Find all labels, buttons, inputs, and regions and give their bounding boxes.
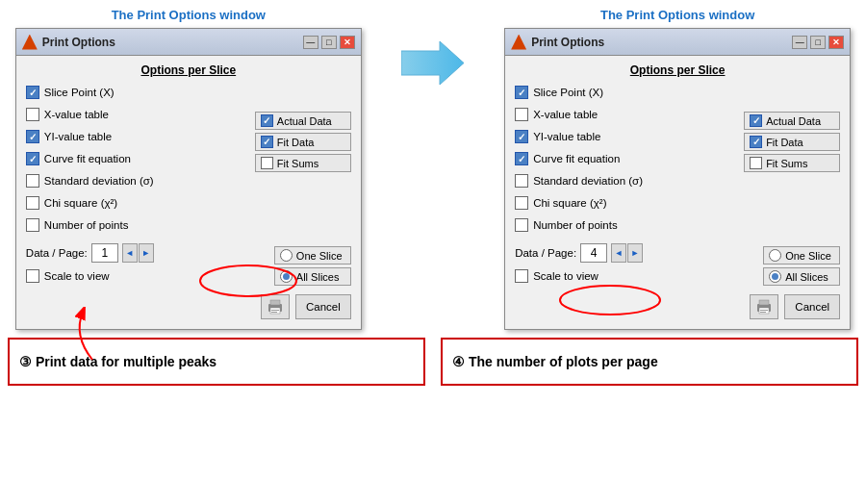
checkbox-0[interactable] bbox=[26, 86, 39, 99]
right-info-box: ④ The number of plots per page bbox=[441, 338, 858, 386]
right-opt-label-1: Fit Data bbox=[766, 137, 803, 148]
close-btn-right[interactable]: ✕ bbox=[828, 36, 844, 49]
checkbox-label-0: Slice Point (X) bbox=[533, 87, 603, 98]
right-opt-0[interactable]: Actual Data bbox=[255, 112, 351, 130]
left-cancel-btn[interactable]: Cancel bbox=[295, 294, 351, 319]
right-opt-cb-0[interactable] bbox=[261, 114, 273, 127]
right-data-page-input[interactable] bbox=[580, 243, 607, 263]
radio-0 bbox=[769, 249, 781, 262]
svg-rect-12 bbox=[760, 312, 766, 313]
right-opt-0[interactable]: Actual Data bbox=[744, 112, 840, 130]
right-opt-label-2: Fit Sums bbox=[766, 158, 807, 169]
left-scale-checkbox[interactable] bbox=[26, 269, 39, 283]
left-titlebar: Print Options — □ ✕ bbox=[16, 29, 361, 56]
left-info-box: ③ Print data for multiple peaks bbox=[8, 338, 425, 386]
right-opt-1[interactable]: Fit Data bbox=[255, 133, 351, 151]
right-opt-cb-0[interactable] bbox=[750, 114, 762, 127]
right-caption: The Print Options window bbox=[600, 8, 754, 22]
slice-opt-0[interactable]: One Slice bbox=[763, 246, 840, 265]
right-panel: The Print Options window Print Options —… bbox=[504, 8, 851, 330]
right-window: Print Options — □ ✕ Options per Slice Sl… bbox=[504, 28, 851, 330]
slice-label-1: All Slices bbox=[296, 271, 340, 283]
right-nav-next[interactable]: ► bbox=[627, 243, 643, 263]
minimize-btn-right[interactable]: — bbox=[792, 36, 807, 49]
checkbox-1[interactable] bbox=[515, 108, 528, 121]
svg-rect-1 bbox=[270, 300, 280, 305]
printer-icon-left bbox=[267, 298, 284, 315]
left-panel: The Print Options window Print Options —… bbox=[15, 8, 362, 330]
right-bottom-section: Data / Page: ◄ ► Scale to view bbox=[515, 243, 840, 289]
checkbox-item-2: YI-value table bbox=[26, 127, 249, 146]
right-opt-label-0: Actual Data bbox=[766, 115, 821, 127]
maximize-btn-right[interactable]: □ bbox=[810, 36, 826, 49]
right-print-btn[interactable] bbox=[750, 294, 778, 319]
left-nav-next[interactable]: ► bbox=[139, 243, 154, 263]
right-data-page-label: Data / Page: bbox=[515, 247, 576, 259]
right-window-content: Options per Slice Slice Point (X)X-value… bbox=[505, 56, 850, 329]
close-btn-left[interactable]: ✕ bbox=[340, 36, 355, 49]
checkbox-1[interactable] bbox=[26, 108, 39, 121]
checkbox-item-1: X-value table bbox=[26, 105, 249, 124]
right-scale-checkbox[interactable] bbox=[515, 269, 528, 283]
checkbox-4[interactable] bbox=[26, 174, 39, 188]
checkbox-3[interactable] bbox=[26, 152, 39, 165]
left-titlebar-buttons: — □ ✕ bbox=[303, 36, 355, 49]
minimize-btn-left[interactable]: — bbox=[303, 36, 318, 49]
slice-opt-0[interactable]: One Slice bbox=[274, 246, 351, 265]
svg-rect-11 bbox=[760, 310, 768, 311]
checkbox-item-1: X-value table bbox=[515, 105, 738, 124]
checkbox-4[interactable] bbox=[515, 174, 528, 188]
slice-opt-1[interactable]: All Slices bbox=[274, 267, 351, 286]
right-cancel-btn[interactable]: Cancel bbox=[784, 294, 840, 319]
left-right-options: Actual DataFit DataFit Sums bbox=[255, 112, 351, 238]
slice-label-0: One Slice bbox=[296, 250, 343, 262]
left-print-btn[interactable] bbox=[261, 294, 290, 319]
checkbox-label-3: Curve fit equation bbox=[533, 153, 620, 164]
right-options-row: Slice Point (X)X-value tableYI-value tab… bbox=[515, 83, 840, 238]
right-opt-2[interactable]: Fit Sums bbox=[255, 154, 351, 172]
checkbox-5[interactable] bbox=[515, 196, 528, 210]
app-icon-right bbox=[511, 35, 526, 50]
checkbox-label-1: X-value table bbox=[44, 109, 109, 120]
checkbox-2[interactable] bbox=[26, 130, 39, 143]
left-data-page-input[interactable] bbox=[91, 243, 118, 263]
checkbox-item-2: YI-value table bbox=[515, 127, 738, 146]
checkbox-item-6: Number of points bbox=[515, 215, 738, 235]
left-checkboxes: Slice Point (X)X-value tableYI-value tab… bbox=[26, 83, 249, 238]
left-data-page-row: Data / Page: ◄ ► bbox=[26, 243, 154, 263]
right-opt-cb-2[interactable] bbox=[261, 157, 273, 169]
right-titlebar: Print Options — □ ✕ bbox=[505, 29, 850, 56]
right-opt-1[interactable]: Fit Data bbox=[744, 133, 840, 151]
checkbox-item-5: Chi square (χ²) bbox=[515, 193, 738, 213]
checkbox-3[interactable] bbox=[515, 152, 528, 165]
right-nav-prev[interactable]: ◄ bbox=[611, 243, 626, 263]
left-bottom-section: Data / Page: ◄ ► Scale to view bbox=[26, 243, 351, 289]
svg-marker-7 bbox=[401, 41, 464, 85]
middle-arrow bbox=[392, 37, 473, 89]
right-opt-cb-2[interactable] bbox=[750, 157, 762, 169]
slice-label-0: One Slice bbox=[785, 250, 831, 262]
left-slice-options: One SliceAll Slices bbox=[274, 246, 351, 286]
right-window-title: Print Options bbox=[531, 36, 604, 49]
checkbox-2[interactable] bbox=[515, 130, 528, 143]
left-window-content: Options per Slice Slice Point (X)X-value… bbox=[16, 56, 361, 329]
right-nav-btns: ◄ ► bbox=[611, 243, 643, 263]
right-opt-cb-1[interactable] bbox=[750, 136, 762, 148]
right-opt-2[interactable]: Fit Sums bbox=[744, 154, 840, 172]
checkbox-6[interactable] bbox=[26, 218, 39, 232]
checkbox-item-6: Number of points bbox=[26, 215, 249, 235]
checkbox-6[interactable] bbox=[515, 218, 528, 232]
maximize-btn-left[interactable]: □ bbox=[321, 36, 337, 49]
left-nav-prev[interactable]: ◄ bbox=[122, 243, 138, 263]
slice-opt-1[interactable]: All Slices bbox=[763, 267, 840, 286]
right-opt-cb-1[interactable] bbox=[261, 136, 273, 148]
checkbox-0[interactable] bbox=[515, 86, 528, 99]
checkbox-label-5: Chi square (χ²) bbox=[44, 197, 117, 209]
right-opt-label-1: Fit Data bbox=[277, 137, 315, 148]
checkbox-5[interactable] bbox=[26, 196, 39, 210]
left-caption: The Print Options window bbox=[112, 8, 266, 22]
right-right-options: Actual DataFit DataFit Sums bbox=[744, 112, 840, 238]
left-scale-label: Scale to view bbox=[44, 270, 110, 282]
left-window-title: Print Options bbox=[42, 36, 115, 49]
checkbox-item-0: Slice Point (X) bbox=[26, 83, 249, 102]
